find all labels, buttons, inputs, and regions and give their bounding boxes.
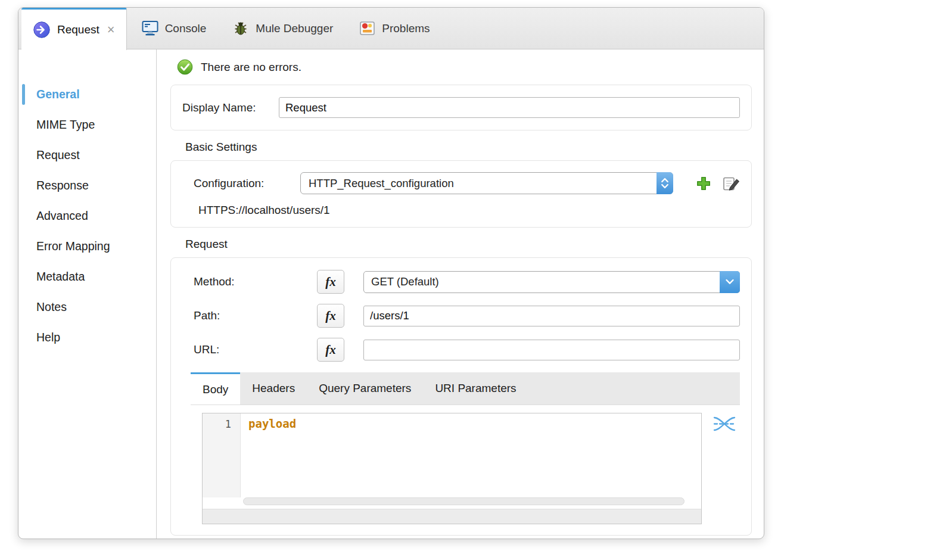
close-icon[interactable]: ×	[107, 23, 115, 36]
tab-headers[interactable]: Headers	[240, 372, 307, 405]
sidebar-item-label: Advanced	[36, 209, 88, 223]
fx-icon: fx	[325, 343, 336, 357]
tab-problems[interactable]: Problems	[348, 8, 441, 49]
general-settings-content: There are no errors. Display Name: Basic…	[157, 49, 764, 539]
sidebar-item-general[interactable]: General	[18, 79, 156, 110]
sidebar-item-label: Help	[36, 331, 60, 344]
success-check-icon	[177, 59, 193, 75]
body-code-editor[interactable]: 1 payload	[202, 413, 702, 524]
chevron-down-icon[interactable]	[720, 271, 740, 293]
request-section: Method: fx GET (Default) Path:	[170, 257, 752, 536]
problems-icon	[359, 20, 375, 36]
request-group-title: Request	[185, 238, 752, 251]
url-label: URL:	[194, 343, 317, 356]
path-label: Path:	[194, 309, 317, 322]
code-content[interactable]: payload	[241, 413, 701, 497]
sidebar-item-label: Metadata	[36, 270, 85, 284]
status-row: There are no errors.	[177, 59, 752, 75]
dataweave-transform-icon[interactable]	[713, 414, 736, 434]
view-tab-bar: Request × Console Mule Debugger	[18, 8, 764, 49]
basic-settings-title: Basic Settings	[185, 141, 752, 154]
sidebar-item-request[interactable]: Request	[18, 140, 156, 170]
sidebar-item-mime-type[interactable]: MIME Type	[18, 110, 156, 140]
properties-sidebar: General MIME Type Request Response Advan…	[18, 49, 157, 539]
sidebar-item-label: General	[36, 88, 80, 101]
configuration-value: HTTP_Request_configuration	[301, 177, 657, 190]
properties-panel: Request × Console Mule Debugger	[18, 7, 764, 539]
add-configuration-button[interactable]	[696, 176, 711, 191]
tab-query-parameters[interactable]: Query Parameters	[307, 372, 423, 405]
sidebar-item-advanced[interactable]: Advanced	[18, 201, 156, 231]
horizontal-scrollbar[interactable]	[243, 497, 685, 507]
configuration-dropdown[interactable]: HTTP_Request_configuration	[300, 172, 673, 194]
tab-problems-label: Problems	[382, 22, 430, 35]
sidebar-item-notes[interactable]: Notes	[18, 292, 156, 322]
method-fx-button[interactable]: fx	[317, 270, 344, 294]
tab-console[interactable]: Console	[130, 8, 218, 49]
basic-settings-section: Configuration: HTTP_Request_configuratio…	[170, 160, 752, 228]
http-request-icon	[33, 21, 51, 39]
scrollbar-thumb[interactable]	[243, 497, 685, 505]
editor-footer-bar	[203, 509, 701, 524]
tab-console-label: Console	[165, 22, 207, 35]
edit-configuration-button[interactable]	[723, 175, 740, 192]
method-value: GET (Default)	[364, 275, 720, 288]
sidebar-item-label: Error Mapping	[36, 239, 110, 253]
sidebar-item-label: Notes	[36, 300, 67, 314]
tab-mule-debugger-label: Mule Debugger	[256, 22, 333, 35]
path-input[interactable]	[363, 306, 740, 326]
url-input[interactable]	[363, 340, 740, 360]
sidebar-item-metadata[interactable]: Metadata	[18, 262, 156, 292]
bug-icon	[232, 20, 249, 37]
line-number: 1	[225, 418, 231, 430]
fx-icon: fx	[325, 275, 336, 290]
display-name-section: Display Name:	[170, 85, 752, 130]
tab-request-label: Request	[57, 23, 99, 36]
edit-pencil-icon	[723, 175, 740, 192]
tab-body[interactable]: Body	[191, 372, 240, 405]
sidebar-item-label: MIME Type	[36, 118, 95, 132]
fx-icon: fx	[325, 309, 336, 323]
tab-body-label: Body	[203, 383, 228, 396]
display-name-input[interactable]	[279, 97, 740, 118]
path-fx-button[interactable]: fx	[317, 304, 344, 328]
configuration-label: Configuration:	[194, 177, 300, 190]
tab-mule-debugger[interactable]: Mule Debugger	[221, 8, 344, 49]
method-select[interactable]: GET (Default)	[363, 271, 740, 293]
tab-query-parameters-label: Query Parameters	[319, 382, 411, 395]
sidebar-item-response[interactable]: Response	[18, 170, 156, 201]
tab-uri-parameters[interactable]: URI Parameters	[423, 372, 528, 405]
sidebar-item-error-mapping[interactable]: Error Mapping	[18, 231, 156, 262]
configuration-url: HTTPS://localhost/users/1	[198, 204, 740, 217]
method-label: Method:	[194, 275, 317, 288]
sidebar-item-label: Response	[36, 179, 89, 192]
url-fx-button[interactable]: fx	[317, 338, 344, 362]
sidebar-item-help[interactable]: Help	[18, 322, 156, 353]
line-number-gutter: 1	[203, 413, 241, 497]
request-parameter-tabs: Body Headers Query Parameters URI Parame…	[191, 372, 740, 405]
active-indicator	[22, 84, 25, 105]
dropdown-stepper-icon[interactable]	[657, 172, 673, 194]
display-name-label: Display Name:	[182, 101, 279, 114]
tab-headers-label: Headers	[252, 382, 295, 395]
tab-uri-parameters-label: URI Parameters	[435, 382, 516, 395]
sidebar-item-label: Request	[36, 148, 80, 162]
tab-request[interactable]: Request ×	[21, 8, 127, 50]
console-icon	[142, 20, 158, 36]
plus-icon	[696, 176, 711, 191]
status-message: There are no errors.	[201, 61, 301, 74]
